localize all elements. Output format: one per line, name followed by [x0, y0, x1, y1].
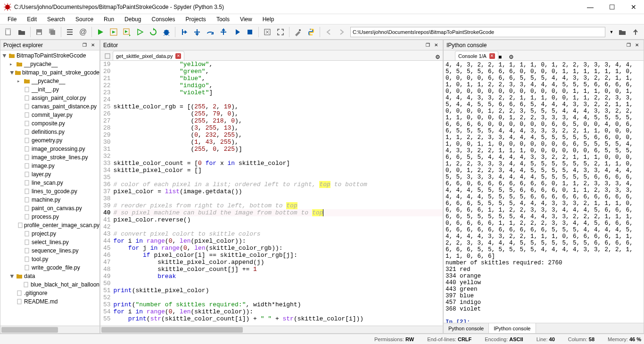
continue-button[interactable]: [231, 26, 243, 38]
code-editor[interactable]: 1920212223242526272829303132333435363738…: [100, 61, 443, 326]
svg-rect-25: [25, 189, 29, 194]
tree-label: machine.py: [32, 197, 60, 203]
maximize-panel-button[interactable]: [261, 26, 273, 38]
tree-file[interactable]: line_scan.py: [0, 179, 99, 187]
tree-folder-pycache2[interactable]: ▸__pycache__: [0, 77, 99, 85]
console-output[interactable]: 4, 4, 3, 2, 2, 1, 1, 1, 1, 0, 1, 2, 2, 3…: [444, 61, 644, 323]
console-tab-close-icon[interactable]: ✕: [489, 53, 495, 59]
tree-file[interactable]: write_gcode_file.py: [0, 263, 99, 272]
tree-file[interactable]: tool.py: [0, 255, 99, 263]
parent-dir-button[interactable]: [629, 26, 642, 38]
menu-edit[interactable]: Edit: [22, 15, 41, 24]
editor-tab-active[interactable]: get_skittle_pixel_data.py ✕: [113, 51, 184, 60]
tree-file[interactable]: paint_on_canvas.py: [0, 204, 99, 213]
menu-run[interactable]: Run: [99, 15, 119, 24]
bottom-tab-ipython-console[interactable]: IPython console: [489, 323, 536, 333]
run-cell-button[interactable]: [107, 26, 120, 38]
tree-folder-bitmap[interactable]: ⯆bitmap_to_paint_stroke_gcode: [0, 68, 99, 77]
run-cell-advance-button[interactable]: [121, 26, 133, 38]
step-out-button[interactable]: [217, 26, 230, 38]
tree-file[interactable]: layer.py: [0, 170, 99, 179]
menu-search[interactable]: Search: [42, 15, 70, 24]
menu-consoles[interactable]: Consoles: [147, 15, 180, 24]
svg-rect-16: [25, 113, 29, 117]
tree-label: image.py: [32, 163, 55, 169]
stop-button[interactable]: [244, 26, 256, 38]
tree-file[interactable]: lines_to_gcode.py: [0, 187, 99, 196]
open-file-button[interactable]: [16, 26, 28, 38]
editor-hscrollbar[interactable]: [100, 326, 443, 333]
menu-debug[interactable]: Debug: [120, 15, 146, 24]
save-button[interactable]: [33, 26, 45, 38]
menu-source[interactable]: Source: [71, 15, 98, 24]
editor-undock-button[interactable]: ❐: [424, 41, 431, 49]
editor-tab-close-icon[interactable]: ✕: [175, 53, 181, 59]
tree-file[interactable]: assign_paint_color.py: [0, 94, 99, 102]
tree-hscrollbar[interactable]: [0, 326, 99, 333]
tree-file[interactable]: blue_black_hot_air_balloon: [0, 280, 99, 289]
tree-root[interactable]: ⯆BitmapToPaintStrokeGcode: [0, 51, 99, 60]
back-button[interactable]: [322, 26, 335, 38]
tree-file[interactable]: sequence_lines.py: [0, 246, 99, 255]
new-file-button[interactable]: [2, 26, 15, 38]
tree-folder-pycache[interactable]: ▸__pycache__: [0, 60, 99, 68]
tree-file[interactable]: composite.py: [0, 119, 99, 128]
step-over-button[interactable]: [204, 26, 216, 38]
tree-file[interactable]: geometry.py: [0, 136, 99, 145]
menu-help[interactable]: Help: [258, 15, 279, 24]
browse-dir-button[interactable]: [616, 26, 628, 38]
tab-list-button[interactable]: [102, 52, 113, 60]
path-dropdown-button[interactable]: ▼: [608, 26, 615, 38]
minimize-button[interactable]: —: [584, 2, 597, 12]
run-selection-button[interactable]: [134, 26, 146, 38]
list-button[interactable]: [64, 26, 76, 38]
fullscreen-button[interactable]: [274, 26, 287, 38]
console-options-button[interactable]: ⚙: [509, 54, 519, 60]
maximize-button[interactable]: ☐: [605, 2, 619, 12]
tree-file[interactable]: canvas_paint_distance.py: [0, 102, 99, 111]
project-tree[interactable]: ⯆BitmapToPaintStrokeGcode▸__pycache__⯆bi…: [0, 50, 99, 326]
tree-file[interactable]: select_lines.py: [0, 238, 99, 246]
tree-file[interactable]: definitions.py: [0, 128, 99, 136]
console-prompt: In [2]:: [446, 319, 471, 323]
forward-button[interactable]: [336, 26, 348, 38]
panel-close-button[interactable]: ✕: [89, 41, 97, 49]
python-path-button[interactable]: [305, 26, 317, 38]
save-all-button[interactable]: [46, 26, 58, 38]
working-dir-field[interactable]: [350, 27, 605, 37]
menu-projects[interactable]: Projects: [181, 15, 211, 24]
menu-view[interactable]: View: [235, 15, 257, 24]
tree-file[interactable]: profile_center_image_scan.py: [0, 221, 99, 229]
at-button[interactable]: @: [77, 26, 89, 38]
tree-file[interactable]: process.py: [0, 213, 99, 221]
file-icon: [23, 256, 31, 262]
tree-file[interactable]: .gitignore: [0, 289, 99, 297]
tree-file[interactable]: image_stroke_lines.py: [0, 153, 99, 162]
step-button[interactable]: [178, 26, 190, 38]
menu-tools[interactable]: Tools: [212, 15, 234, 24]
console-undock-button[interactable]: ❐: [625, 41, 632, 49]
tree-file[interactable]: project.py: [0, 229, 99, 238]
tree-file[interactable]: __init__.py: [0, 85, 99, 94]
run-button[interactable]: [94, 26, 107, 38]
tree-file[interactable]: README.md: [0, 297, 99, 306]
step-into-button[interactable]: [191, 26, 203, 38]
bottom-tab-python-console[interactable]: Python console: [444, 323, 489, 333]
rerun-button[interactable]: [147, 26, 159, 38]
tree-folder-data[interactable]: ⯆data: [0, 272, 99, 280]
editor-close-button[interactable]: ✕: [432, 41, 440, 49]
console-close-button[interactable]: ✕: [633, 41, 641, 49]
debug-button[interactable]: [160, 26, 173, 38]
preferences-button[interactable]: [292, 26, 304, 38]
console-stop-button[interactable]: ■: [498, 54, 509, 60]
tree-file[interactable]: commit_layer.py: [0, 111, 99, 119]
panel-undock-button[interactable]: ❐: [81, 41, 88, 49]
editor-tabs: get_skittle_pixel_data.py ✕ ⚙: [100, 50, 443, 61]
close-button[interactable]: ✕: [627, 2, 640, 12]
menu-file[interactable]: File: [3, 15, 21, 24]
tree-file[interactable]: image.py: [0, 162, 99, 170]
tree-file[interactable]: machine.py: [0, 196, 99, 204]
console-tab-active[interactable]: Console 1/A ✕: [455, 51, 498, 60]
tree-file[interactable]: image_processing.py: [0, 145, 99, 153]
editor-options-button[interactable]: ⚙: [432, 54, 443, 60]
